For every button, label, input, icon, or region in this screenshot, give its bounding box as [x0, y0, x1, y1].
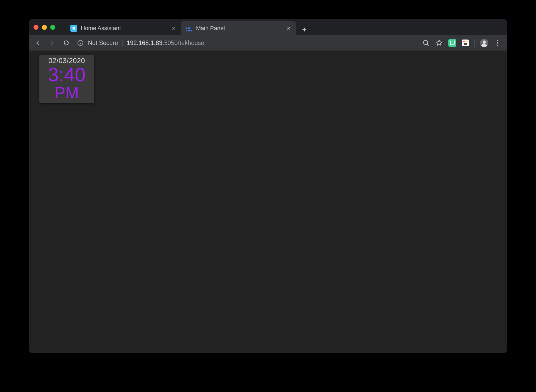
browser-window: Home Assistant Main Panel: [29, 19, 507, 353]
clock-ampm: PM: [40, 85, 93, 101]
browser-menu-button[interactable]: [494, 40, 501, 46]
clock-card[interactable]: 02/03/2020 3:40 PM: [39, 55, 94, 103]
close-tab-button[interactable]: [171, 26, 176, 31]
address-bar[interactable]: Not Secure 192.168.1.83:5050/tekhouse: [75, 37, 504, 48]
divider: [474, 39, 475, 47]
page-content: 02/03/2020 3:40 PM: [29, 51, 507, 353]
window-zoom-button[interactable]: [50, 25, 55, 30]
url-host: 192.168.1.83: [127, 40, 163, 46]
tab-label: Main Panel: [196, 25, 282, 32]
divider: [122, 40, 122, 46]
bookmark-star-icon[interactable]: [435, 39, 443, 47]
site-info-icon[interactable]: [77, 40, 84, 46]
tab-strip: Home Assistant Main Panel: [29, 19, 507, 35]
extension-2-icon[interactable]: [461, 39, 469, 47]
back-button[interactable]: [32, 37, 43, 48]
tab-home-assistant[interactable]: Home Assistant: [66, 21, 181, 35]
forward-button[interactable]: [47, 37, 58, 48]
tab-label: Home Assistant: [81, 25, 167, 32]
window-controls: [33, 25, 58, 30]
security-label: Not Secure: [88, 40, 118, 47]
new-tab-button[interactable]: [299, 24, 310, 35]
extension-1-icon[interactable]: [448, 39, 456, 47]
close-tab-button[interactable]: [286, 26, 291, 31]
browser-toolbar: Not Secure 192.168.1.83:5050/tekhouse: [29, 35, 507, 51]
panel-grid-icon: [186, 25, 192, 32]
home-assistant-icon: [70, 25, 77, 32]
url-text: 192.168.1.83:5050/tekhouse: [127, 40, 204, 47]
tab-main-panel[interactable]: Main Panel: [181, 21, 296, 35]
url-path: :5050/tekhouse: [163, 40, 204, 46]
window-minimize-button[interactable]: [42, 25, 47, 30]
clock-time: 3:40: [40, 65, 93, 85]
svg-point-3: [423, 40, 428, 44]
zoom-icon[interactable]: [422, 39, 430, 47]
window-close-button[interactable]: [34, 25, 38, 30]
reload-button[interactable]: [61, 37, 72, 48]
svg-line-4: [427, 44, 429, 46]
profile-avatar[interactable]: [480, 39, 488, 47]
